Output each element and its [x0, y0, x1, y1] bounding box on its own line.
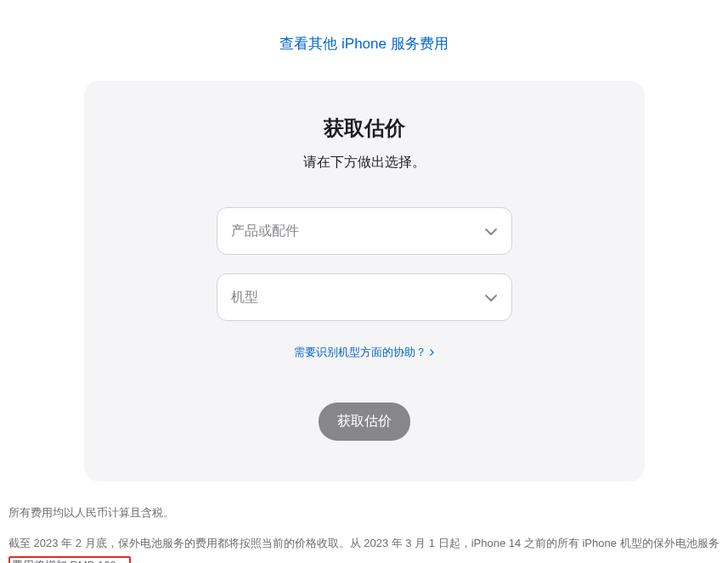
identify-model-help-link[interactable]: 需要识别机型方面的协助？ [294, 345, 434, 360]
help-link-text: 需要识别机型方面的协助？ [294, 345, 426, 360]
footer-price-highlight: 费用将增加 RMB 169。 [8, 556, 131, 563]
footer-price-text: 截至 2023 年 2 月底，保外电池服务的费用都将按照当前的价格收取。从 20… [8, 537, 720, 549]
product-select-placeholder: 产品或配件 [231, 222, 299, 240]
get-estimate-button[interactable]: 获取估价 [319, 403, 410, 441]
footer-price-notice: 截至 2023 年 2 月底，保外电池服务的费用都将按照当前的价格收取。从 20… [8, 532, 720, 563]
model-select-placeholder: 机型 [231, 289, 258, 307]
card-title: 获取估价 [111, 115, 618, 142]
chevron-right-icon [430, 349, 434, 356]
model-select[interactable]: 机型 [217, 273, 512, 321]
product-select-wrapper: 产品或配件 [217, 207, 512, 255]
footer-text: 所有费用均以人民币计算且含税。 截至 2023 年 2 月底，保外电池服务的费用… [0, 481, 728, 563]
other-services-link[interactable]: 查看其他 iPhone 服务费用 [0, 0, 728, 81]
footer-tax-note: 所有费用均以人民币计算且含税。 [8, 502, 720, 524]
card-subtitle: 请在下方做出选择。 [111, 154, 618, 172]
model-select-wrapper: 机型 [217, 273, 512, 321]
product-select[interactable]: 产品或配件 [217, 207, 512, 255]
estimate-card: 获取估价 请在下方做出选择。 产品或配件 机型 需要识别机型方面的协助？ 获取估… [84, 81, 645, 481]
